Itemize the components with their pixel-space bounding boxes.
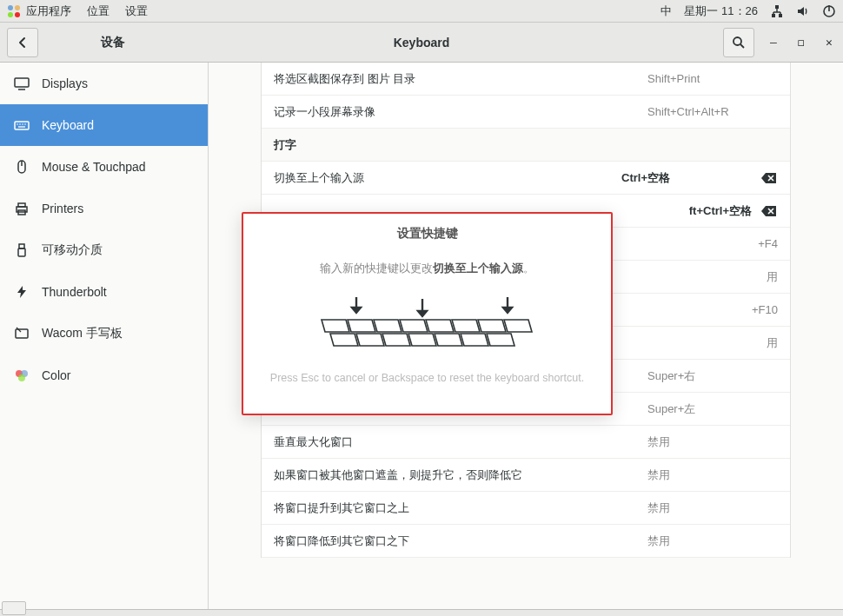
dialog-hint: Press Esc to cancel or Backspace to rese… [270,372,584,384]
menu-applications[interactable]: 应用程序 [26,3,71,19]
maximize-button[interactable]: ◻ [793,34,810,51]
sidebar-item-label: Mouse & Touchpad [42,160,146,174]
sidebar-item-mouse[interactable]: Mouse & Touchpad [0,146,208,188]
shortcut-row[interactable]: 将窗口降低到其它窗口之下禁用 [262,525,790,558]
svg-point-0 [8,5,13,10]
keyboard-icon [14,117,30,133]
svg-point-9 [733,37,741,45]
search-icon [732,36,746,50]
volume-icon[interactable] [796,4,810,18]
close-button[interactable]: ✕ [820,34,838,51]
svg-rect-11 [15,78,29,87]
shortcut-row[interactable]: 将选区截图保存到 图片 目录 Shift+Print [262,63,790,96]
svg-point-30 [18,374,25,381]
dialog-prompt: 输入新的快捷键以更改切换至上个输入源。 [320,261,534,276]
sidebar-item-color[interactable]: Color [0,354,208,396]
search-button[interactable] [723,28,754,57]
top-panel: 应用程序 位置 设置 中 星期一 11：26 [0,0,843,23]
keyboard-illustration [315,295,541,356]
sidebar-item-printers[interactable]: Printers [0,188,208,229]
page-title: Keyboard [394,36,450,50]
sidebar-item-removable-media[interactable]: 可移动介质 [0,229,208,271]
svg-rect-5 [772,14,775,17]
window-header: 设备 Keyboard – ◻ ✕ [0,23,843,63]
chevron-left-icon [17,36,29,49]
svg-rect-4 [775,5,779,9]
sidebar-item-label: Thunderbolt [42,285,107,299]
mouse-icon [14,159,30,175]
sidebar-item-label: Displays [42,76,88,90]
shortcut-row[interactable]: 切换至上个输入源 Ctrl+空格 [262,162,790,195]
svg-rect-22 [18,203,25,207]
bottom-bar [0,609,843,616]
usb-icon [14,242,30,258]
menu-places[interactable]: 位置 [87,3,110,19]
shortcut-row[interactable]: 垂直最大化窗口禁用 [262,426,790,459]
panel-title-devices: 设备 [70,35,156,50]
svg-rect-13 [15,122,29,129]
shortcut-row[interactable]: 记录一小段屏幕录像 Shift+Ctrl+Alt+R [262,96,790,129]
menu-settings[interactable]: 设置 [125,3,148,19]
svg-point-16 [22,123,23,125]
sidebar-item-label: Color [42,368,70,382]
sidebar-item-label: Printers [42,202,83,215]
backspace-icon[interactable] [760,171,778,185]
sidebar-item-label: 可移动介质 [42,242,103,258]
sidebar-item-label: Keyboard [42,118,94,132]
sidebar-item-displays[interactable]: Displays [0,63,208,104]
sidebar-item-keyboard[interactable]: Keyboard [0,104,208,146]
dialog-title: 设置快捷键 [397,226,458,242]
svg-point-2 [8,12,13,17]
power-icon[interactable] [822,4,836,18]
backspace-icon[interactable] [760,204,778,218]
printer-icon [14,201,30,216]
svg-point-17 [24,123,26,125]
display-icon [14,76,30,91]
set-shortcut-dialog[interactable]: 设置快捷键 输入新的快捷键以更改切换至上个输入源。 Press Esc to c… [242,212,613,415]
input-method-indicator[interactable]: 中 [660,3,672,19]
sidebar-item-thunderbolt[interactable]: Thunderbolt [0,271,208,313]
network-icon[interactable] [770,4,784,18]
taskbar-button[interactable] [2,601,26,615]
svg-rect-25 [18,248,25,256]
section-header-typing: 打字 [262,129,790,162]
shortcut-row[interactable]: 如果窗口被其他窗口遮盖，则提升它，否则降低它禁用 [262,459,790,492]
applications-icon [7,4,21,18]
svg-rect-26 [16,329,28,338]
minimize-button[interactable]: – [765,34,782,51]
thunderbolt-icon [14,284,30,300]
svg-line-10 [740,44,744,48]
shortcut-row[interactable]: 将窗口提升到其它窗口之上禁用 [262,492,790,525]
tablet-icon [14,326,30,341]
sidebar: Displays Keyboard Mouse & Touchpad Print… [0,63,209,609]
svg-point-15 [19,123,21,125]
svg-point-14 [17,123,18,125]
back-button[interactable] [7,28,38,57]
sidebar-item-wacom[interactable]: Wacom 手写板 [0,313,208,354]
svg-point-3 [15,12,20,17]
sidebar-item-label: Wacom 手写板 [42,326,123,341]
svg-rect-6 [779,14,782,17]
clock[interactable]: 星期一 11：26 [684,3,758,19]
color-icon [14,368,30,383]
svg-point-1 [15,5,20,10]
